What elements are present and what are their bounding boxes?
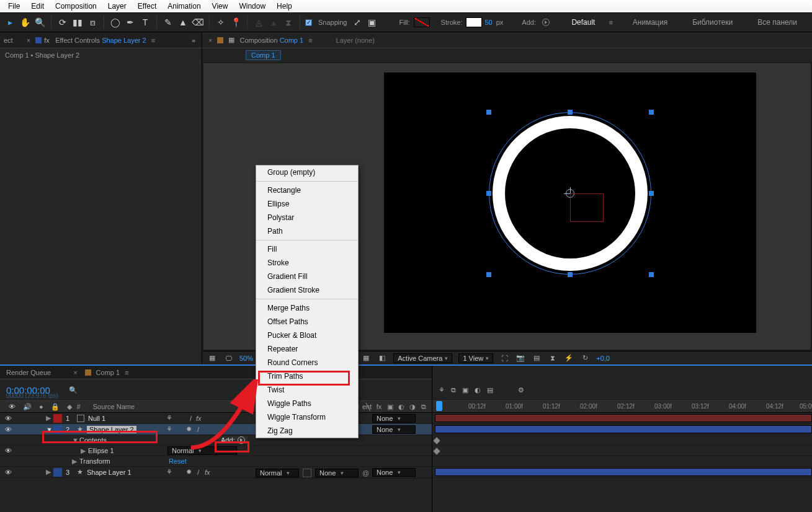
camera-tool-icon[interactable]: ▮▮: [71, 16, 84, 29]
workspace-default[interactable]: Default: [571, 18, 595, 27]
snap-box-icon[interactable]: ▣: [366, 16, 378, 29]
track-null1[interactable]: [432, 413, 812, 424]
ctx-fill[interactable]: Fill: [256, 242, 358, 256]
fill-swatch[interactable]: [414, 17, 430, 27]
twirl-icon[interactable]: ▶: [81, 447, 88, 455]
ctx-zig-zag[interactable]: Zig Zag: [256, 424, 358, 438]
pen-tool-icon[interactable]: ✒: [124, 16, 136, 29]
ctx-merge-paths[interactable]: Merge Paths: [256, 301, 358, 315]
contents-row[interactable]: ▼ Contents Add:: [0, 435, 432, 446]
zoom-value[interactable]: 50%: [239, 355, 253, 362]
lock-column-icon[interactable]: 🔒: [47, 403, 63, 411]
comp-tab-close-icon[interactable]: ×: [73, 369, 77, 376]
visibility-toggle[interactable]: 👁: [5, 469, 16, 476]
ellipse-tool-icon[interactable]: ◯: [109, 16, 122, 29]
panel-menu-icon[interactable]: ≡: [151, 37, 155, 44]
menu-layer[interactable]: Layer: [102, 2, 132, 11]
clone-tool-icon[interactable]: ▲: [177, 16, 189, 29]
twirl-icon[interactable]: ▼: [46, 426, 53, 433]
collapse-flag[interactable]: ✸: [186, 468, 192, 476]
menu-effect[interactable]: Effect: [132, 2, 162, 11]
ctx-rectangle[interactable]: Rectangle: [256, 183, 358, 197]
track-matte-dropdown[interactable]: None: [315, 469, 359, 477]
handle-tm[interactable]: [568, 110, 573, 115]
visibility-toggle[interactable]: 👁: [5, 415, 16, 422]
layer-color-chip[interactable]: [53, 425, 62, 434]
workspace-libraries[interactable]: Библиотеки: [692, 18, 733, 27]
workspace-animation[interactable]: Анимация: [633, 18, 667, 27]
exposure-value[interactable]: +0,0: [596, 355, 610, 362]
ellipse-row[interactable]: 👁 ▶ Ellipse 1 Normal: [0, 446, 432, 456]
exposure-reset-icon[interactable]: ↻: [580, 354, 590, 362]
keyframe-icon[interactable]: [433, 448, 440, 454]
ctx-twist[interactable]: Twist: [256, 383, 358, 397]
menu-file[interactable]: File: [2, 2, 25, 11]
camera-dropdown[interactable]: Active Camera: [393, 353, 452, 363]
handle-br[interactable]: [649, 272, 654, 277]
ctx-round-corners[interactable]: Round Corners: [256, 356, 358, 369]
ctx-path[interactable]: Path: [256, 224, 358, 238]
menu-animation[interactable]: Animation: [162, 2, 206, 11]
ctx-gradient-fill[interactable]: Gradient Fill: [256, 270, 358, 283]
twirl-icon[interactable]: ▶: [46, 468, 53, 476]
layer-color-chip[interactable]: [53, 468, 62, 477]
ctx-offset-paths[interactable]: Offset Paths: [256, 315, 358, 329]
panel-expand-icon[interactable]: »: [192, 37, 195, 44]
comp-panel-menu-icon[interactable]: ≡: [308, 37, 312, 44]
transform-reset-link[interactable]: Reset: [169, 457, 187, 465]
stroke-width-value[interactable]: 50: [484, 19, 492, 26]
puppet-tool-icon[interactable]: 📍: [230, 16, 242, 29]
fx-column-icon[interactable]: fx: [375, 403, 383, 411]
ctx-trim-paths[interactable]: Trim Paths: [256, 369, 358, 383]
audio-column-icon[interactable]: 🔊: [19, 403, 35, 411]
solo-column-icon[interactable]: ●: [35, 403, 47, 410]
current-time-indicator[interactable]: [436, 401, 442, 411]
draft3d-icon[interactable]: ⧉: [451, 386, 456, 394]
mesh-icon[interactable]: ◬: [252, 16, 265, 29]
timeline-comp-tab[interactable]: Comp 1: [96, 369, 120, 376]
collapse-flag[interactable]: ✸: [186, 425, 192, 433]
timecode-icon[interactable]: ⧗: [548, 354, 558, 362]
guide-icon[interactable]: ⛶: [499, 355, 509, 362]
transform-row[interactable]: ▶ Transform Reset: [0, 456, 432, 467]
ctx-gradient-stroke[interactable]: Gradient Stroke: [256, 283, 358, 297]
ctx-stroke[interactable]: Stroke: [256, 256, 358, 270]
monitor-icon[interactable]: 🖵: [223, 355, 233, 362]
quality-flag[interactable]: /: [190, 415, 192, 422]
ctx-polystar[interactable]: Polystar: [256, 211, 358, 224]
ctx-repeater[interactable]: Repeater: [256, 342, 358, 356]
handle-tl[interactable]: [486, 110, 491, 115]
layer-name[interactable]: Shape Layer 1: [87, 469, 132, 476]
track-shape1[interactable]: [432, 467, 812, 478]
keyframe-icon[interactable]: [433, 437, 440, 444]
twirl-icon[interactable]: ▶: [72, 457, 79, 466]
snap-options-icon[interactable]: ⤢: [351, 16, 364, 29]
fast-preview-icon[interactable]: ⚡: [564, 354, 574, 362]
layer-mode-dropdown[interactable]: Normal: [256, 469, 299, 477]
layer-row-null1[interactable]: 👁 ▶ 1 Null 1 ⚘ / fx None: [0, 413, 432, 424]
pickwhip-icon[interactable]: @: [362, 469, 369, 477]
visibility-toggle[interactable]: 👁: [5, 447, 16, 454]
menu-help[interactable]: Help: [271, 2, 298, 11]
snapping-checkbox[interactable]: ✓: [305, 19, 312, 26]
menu-composition[interactable]: Composition: [50, 2, 102, 11]
zoom-tool-icon[interactable]: 🔍: [33, 16, 46, 29]
shy-flag[interactable]: ⚘: [166, 425, 172, 433]
handle-tr[interactable]: [649, 110, 654, 115]
comp-breadcrumb-item[interactable]: Comp 1: [246, 50, 281, 60]
roi-tool-icon[interactable]: ⧈: [86, 16, 99, 29]
mask-icon[interactable]: ◧: [377, 354, 387, 362]
snapshot-icon[interactable]: 📷: [515, 354, 525, 362]
view-count-dropdown[interactable]: 1 View: [458, 353, 493, 363]
menu-view[interactable]: View: [207, 2, 234, 11]
brush-tool-icon[interactable]: ✎: [162, 16, 174, 29]
tab-close-icon[interactable]: ×: [27, 37, 30, 44]
ctx-group[interactable]: Group (empty): [256, 166, 358, 179]
shy-flag[interactable]: ⚘: [166, 468, 172, 476]
motion-blur-icon[interactable]: ◐: [475, 386, 481, 394]
graph-editor-icon[interactable]: ▤: [487, 386, 493, 394]
fx-flag[interactable]: fx: [196, 415, 202, 422]
eraser-tool-icon[interactable]: ⌫: [192, 16, 204, 29]
layer-color-chip[interactable]: [53, 414, 62, 423]
channel-icon[interactable]: ▤: [532, 354, 542, 362]
